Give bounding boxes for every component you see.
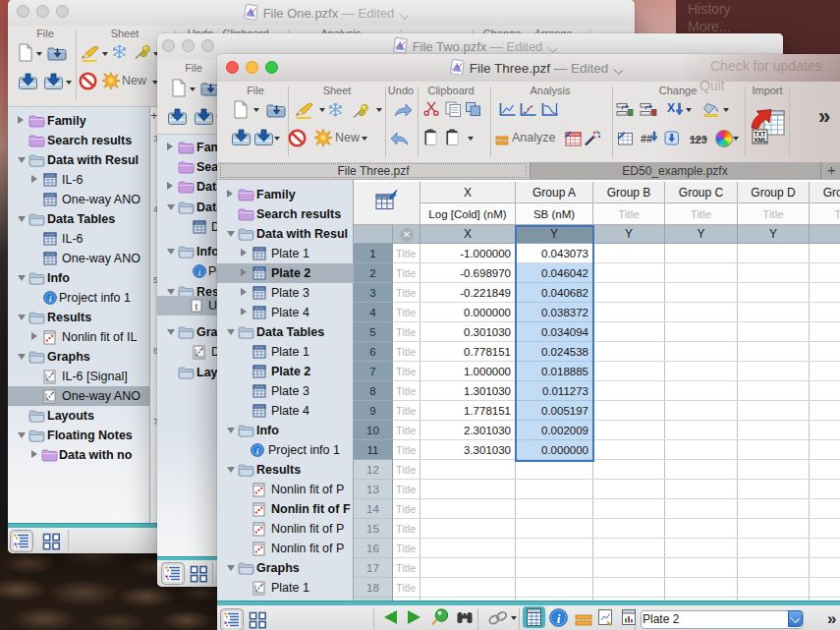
svg-text:##: ## [641,133,652,144]
svg-text:X: X [667,101,675,115]
svg-text:t: t [196,301,198,312]
svg-text:i: i [557,611,561,626]
svg-text:XML: XML [754,137,767,143]
